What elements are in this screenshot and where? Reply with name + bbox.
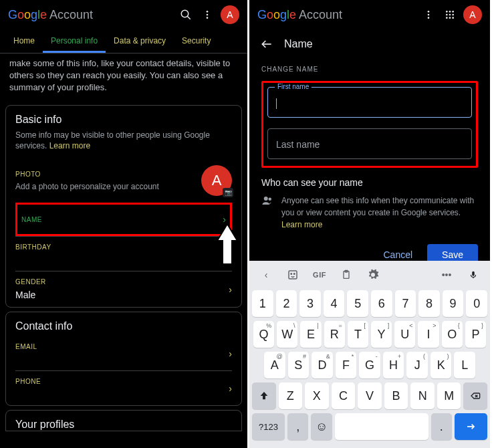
key-T[interactable]: T[ — [348, 321, 368, 348]
profile-photo[interactable]: A 📷 — [201, 165, 232, 196]
comma-key[interactable]: , — [287, 413, 308, 440]
more-icon[interactable] — [420, 7, 437, 23]
key-D[interactable]: D& — [312, 352, 333, 378]
svg-point-5 — [428, 11, 430, 13]
phone-label: PHONE — [15, 378, 229, 385]
key-R[interactable]: R= — [324, 321, 345, 348]
key-4[interactable]: 4 — [324, 290, 345, 317]
gif-button[interactable]: GIF — [308, 265, 331, 285]
svg-point-12 — [449, 14, 451, 16]
key-9[interactable]: 9 — [443, 290, 464, 317]
key-O[interactable]: O{ — [442, 321, 463, 348]
learn-more-link[interactable]: Learn more — [49, 141, 90, 150]
svg-point-14 — [446, 17, 448, 19]
email-row[interactable]: EMAIL › — [15, 336, 232, 370]
google-logo: GoogleAccount — [257, 8, 342, 22]
chevron-right-icon: › — [229, 348, 232, 359]
sticker-icon[interactable] — [281, 265, 304, 285]
contact-info-card: Contact info EMAIL › PHONE › — [5, 312, 242, 406]
change-name-label: CHANGE NAME — [261, 66, 478, 73]
svg-point-10 — [452, 11, 454, 13]
key-Y[interactable]: Y] — [371, 321, 392, 348]
basic-info-card: Basic info Some info may be visible to o… — [5, 105, 242, 308]
tabs: Home Personal info Data & privacy Securi… — [0, 29, 247, 53]
key-W[interactable]: W\ — [277, 321, 297, 348]
first-name-label: First name — [275, 83, 312, 90]
key-6[interactable]: 6 — [371, 290, 392, 317]
gender-row[interactable]: GENDER Male › — [15, 271, 232, 307]
key-N[interactable]: N — [410, 382, 435, 409]
svg-point-21 — [291, 273, 292, 275]
keyboard: ‹ GIF ••• 1234567890 Q%W\E|R=T[Y]U<I>O{P… — [249, 261, 490, 448]
mic-icon[interactable] — [462, 265, 485, 285]
key-F[interactable]: F* — [336, 352, 357, 378]
fields-highlight: First name Last name — [261, 81, 478, 168]
more-icon[interactable] — [199, 7, 215, 23]
enter-key[interactable] — [455, 413, 487, 440]
first-name-field[interactable]: First name — [267, 87, 472, 118]
back-icon[interactable] — [259, 36, 275, 52]
key-1[interactable]: 1 — [252, 290, 273, 317]
tab-security[interactable]: Security — [174, 29, 219, 53]
more-dots-icon[interactable]: ••• — [435, 265, 458, 285]
email-label: EMAIL — [15, 343, 229, 350]
tab-personal-info[interactable]: Personal info — [43, 29, 106, 53]
key-2[interactable]: 2 — [276, 290, 297, 317]
gender-value: Male — [15, 290, 229, 300]
key-J[interactable]: J( — [406, 352, 428, 378]
people-icon — [261, 195, 273, 231]
keyboard-toolbar: ‹ GIF ••• — [249, 261, 490, 289]
svg-point-9 — [449, 11, 451, 13]
back-chevron-icon[interactable]: ‹ — [255, 265, 277, 285]
shift-key[interactable] — [252, 382, 276, 409]
key-3[interactable]: 3 — [299, 290, 321, 317]
text-cursor — [276, 98, 277, 109]
phone-row[interactable]: PHONE › — [15, 370, 232, 405]
key-V[interactable]: V — [358, 382, 382, 409]
basic-info-title: Basic info — [15, 114, 232, 126]
name-row[interactable]: NAME › — [15, 203, 232, 236]
key-H[interactable]: H+ — [383, 352, 404, 378]
key-S[interactable]: S# — [288, 352, 310, 378]
tab-home[interactable]: Home — [5, 29, 43, 53]
backspace-key[interactable] — [463, 382, 487, 409]
profiles-card: Your profiles — [5, 410, 242, 431]
key-X[interactable]: X — [305, 382, 329, 409]
sub-header: Name — [249, 29, 490, 59]
birthday-row[interactable]: BIRTHDAY › — [15, 236, 232, 271]
key-7[interactable]: 7 — [395, 290, 416, 317]
key-I[interactable]: I> — [418, 321, 439, 348]
key-M[interactable]: M — [437, 382, 461, 409]
key-E[interactable]: E| — [300, 321, 321, 348]
symbols-key[interactable]: ?123 — [252, 413, 285, 440]
key-K[interactable]: K) — [430, 352, 452, 378]
avatar[interactable]: A — [221, 5, 239, 24]
key-Z[interactable]: Z — [279, 382, 303, 409]
edit-name-screen: GoogleAccount A Name CHANGE NAME First n… — [249, 0, 490, 448]
tab-data-privacy[interactable]: Data & privacy — [106, 29, 174, 53]
key-L[interactable]: L — [454, 352, 475, 378]
gear-icon[interactable] — [362, 265, 384, 285]
search-icon[interactable] — [178, 7, 194, 23]
key-8[interactable]: 8 — [418, 290, 440, 317]
key-C[interactable]: C — [332, 382, 356, 409]
photo-row[interactable]: PHOTO Add a photo to personalize your ac… — [15, 158, 232, 203]
key-A[interactable]: A@ — [264, 352, 285, 378]
last-name-field[interactable]: Last name — [267, 128, 472, 159]
period-key[interactable]: . — [431, 413, 452, 440]
key-5[interactable]: 5 — [347, 290, 368, 317]
key-Q[interactable]: Q% — [253, 321, 274, 348]
learn-more-link[interactable]: Learn more — [281, 220, 322, 229]
emoji-key[interactable]: ☺ — [311, 413, 332, 440]
who-title: Who can see your name — [261, 177, 478, 188]
key-P[interactable]: P} — [465, 321, 486, 348]
svg-point-18 — [264, 197, 268, 201]
clipboard-icon[interactable] — [335, 265, 358, 285]
apps-icon[interactable] — [442, 7, 458, 23]
key-B[interactable]: B — [384, 382, 408, 409]
key-G[interactable]: G- — [359, 352, 380, 378]
key-0[interactable]: 0 — [466, 290, 487, 317]
key-U[interactable]: U< — [394, 321, 415, 348]
space-key[interactable] — [335, 413, 428, 440]
avatar[interactable]: A — [463, 5, 482, 24]
